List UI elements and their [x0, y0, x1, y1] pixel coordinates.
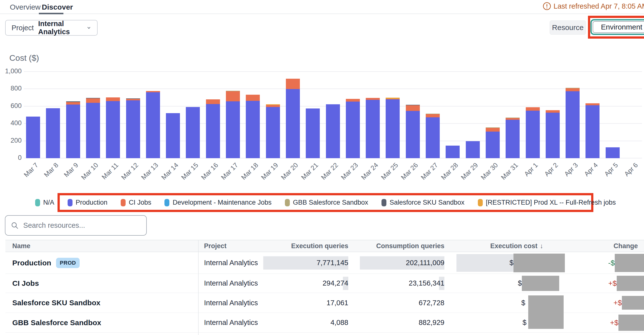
bar-segment-gbb-salesforce-sandbox — [566, 88, 580, 88]
bar-segment-production — [406, 111, 420, 158]
legend-label: Production — [76, 199, 108, 206]
bar-segment-ci-jobs — [86, 98, 100, 103]
legend-item-salesforce-sku-sandbox[interactable]: Salesforce SKU Sandbox — [382, 199, 464, 206]
bar-segment-production — [206, 104, 220, 158]
bar-segment-production — [126, 100, 140, 158]
table-row-salesforce-sku-sandbox[interactable]: Salesforce SKU SandboxInternal Analytics… — [6, 293, 644, 313]
bar-segment-ci-jobs — [406, 105, 420, 111]
bar-segment-production — [506, 120, 520, 158]
prod-badge: PROD — [56, 258, 80, 268]
bar-segment-ci-jobs — [506, 118, 520, 120]
change-cell: +$ — [568, 313, 644, 332]
x-axis-tick-label: Mar 10 — [80, 161, 100, 181]
x-axis-tick-label: Mar 12 — [120, 161, 140, 181]
x-axis-tick-label: Mar 21 — [300, 161, 320, 181]
legend-item-gbb-salesforce-sandbox[interactable]: GBB Salesforce Sandbox — [285, 199, 368, 206]
execution-cost-cell: $ — [447, 274, 568, 293]
x-axis-tick-label: Mar 25 — [380, 161, 400, 181]
legend-item-development-maintenance-jobs[interactable]: Development - Maintenance Jobs — [164, 199, 271, 206]
x-axis-tick-label: Apr 6 — [623, 161, 640, 178]
bar-segment-production — [46, 108, 60, 158]
legend-label: N/A — [43, 199, 54, 206]
consumption-queries-cell: 23,156,341 — [352, 274, 447, 293]
bar-segment-production — [146, 92, 160, 158]
x-axis-tick-label: Mar 20 — [280, 161, 300, 181]
legend-swatch-icon — [35, 199, 40, 206]
column-header-consumption-queries[interactable]: Consumption queries — [352, 242, 447, 250]
bar-segment-gbb-salesforce-sandbox — [486, 127, 500, 128]
column-header-name[interactable]: Name — [6, 242, 198, 250]
legend-swatch-icon — [478, 199, 483, 206]
legend-label: GBB Salesforce Sandbox — [293, 199, 368, 206]
x-axis-tick-label: Apr 3 — [563, 161, 580, 178]
execution-cost-cell: $ — [447, 252, 568, 273]
bar-segment-production — [286, 89, 300, 158]
execution-queries-cell: 4,088 — [260, 313, 352, 332]
consumption-queries-cell: 672,728 — [352, 293, 447, 313]
bar-segment-ci-jobs — [366, 98, 380, 100]
consumption-queries-cell: 202,111,009 — [352, 252, 447, 273]
bar-segment-production — [486, 132, 500, 158]
x-axis-tick-label: Apr 5 — [603, 161, 620, 178]
resource-name-cell: GBB Salesforce Sandbox — [6, 313, 198, 332]
legend-label: CI Jobs — [129, 199, 152, 206]
execution-cost-cell: $ — [447, 293, 568, 313]
change-cell: +$ — [568, 293, 644, 313]
bar-segment-production — [566, 91, 580, 158]
y-axis-tick-label: 600 — [0, 102, 22, 110]
legend-swatch-icon — [164, 199, 169, 206]
y-axis-tick-label: 800 — [0, 85, 22, 92]
x-axis-tick-label: Mar 30 — [480, 161, 500, 181]
y-axis-tick-label: 0 — [0, 154, 22, 162]
project-cell: Internal Analytics — [198, 293, 260, 313]
execution-queries-cell: 294,274 — [260, 274, 352, 293]
x-axis-tick-label: Mar 7 — [22, 161, 40, 179]
x-axis-tick-label: Apr 2 — [543, 161, 560, 178]
search-resources-box[interactable] — [5, 215, 147, 236]
legend-item-n-a[interactable]: N/A — [35, 199, 54, 206]
column-header-execution-cost[interactable]: Execution cost↓ — [447, 242, 568, 250]
bar-segment-production — [86, 103, 100, 158]
column-header-change[interactable]: Change — [568, 242, 644, 250]
column-header-project[interactable]: Project — [198, 242, 260, 250]
resource-name: Salesforce SKU Sandbox — [12, 298, 100, 307]
resource-name-cell: CI Jobs — [6, 274, 198, 293]
legend-item-ci-jobs[interactable]: CI Jobs — [121, 199, 152, 206]
bar-segment-ci-jobs — [546, 110, 560, 113]
table-row-production[interactable]: ProductionPRODInternal Analytics7,771,14… — [6, 252, 644, 274]
y-axis-tick-label: 1,000 — [0, 67, 22, 75]
annotation-box-legend: N/AProductionCI JobsDevelopment - Mainte… — [58, 193, 593, 212]
redacted-change-value — [617, 276, 644, 291]
legend-swatch-icon — [285, 199, 290, 206]
redacted-cost-value — [528, 295, 564, 329]
redacted-cost-value — [514, 254, 565, 272]
bar-segment-gbb-salesforce-sandbox — [506, 118, 520, 118]
bar-segment-production — [546, 113, 560, 158]
x-axis-tick-label: Mar 19 — [260, 161, 280, 181]
redacted-cost-value — [522, 276, 559, 291]
bar-segment-production — [106, 101, 120, 158]
x-axis-tick-label: Apr 1 — [523, 161, 540, 178]
search-resources-input[interactable] — [23, 221, 141, 229]
bar-segment-ci-jobs — [66, 102, 80, 105]
execution-queries-cell: 17,061 — [260, 293, 352, 313]
chart-gridline — [24, 89, 642, 89]
bar-segment--restricted-prod-xl-full-refresh-jobs — [266, 104, 280, 105]
change-cell: -$ — [568, 252, 644, 273]
table-row-ci-jobs[interactable]: CI JobsInternal Analytics294,27423,156,3… — [6, 274, 644, 293]
bar-segment-production — [166, 113, 180, 158]
legend-label: Development - Maintenance Jobs — [172, 199, 271, 206]
legend-item--restricted-prod-xl-full-refresh-jobs[interactable]: [RESTRICTED] Prod XL -- Full-Refresh job… — [478, 199, 616, 206]
x-axis-tick-label: Mar 31 — [500, 161, 520, 181]
resource-name-cell: ProductionPROD — [6, 252, 198, 273]
x-axis-tick-label: Mar 29 — [460, 161, 480, 181]
bar-segment-ci-jobs — [386, 99, 400, 99]
y-axis-tick-label: 400 — [0, 119, 22, 127]
resource-name-cell: Salesforce SKU Sandbox — [6, 293, 198, 313]
bar-segment-ci-jobs — [286, 79, 300, 89]
bar-segment-ci-jobs — [526, 107, 540, 111]
bar-segment-production — [226, 101, 240, 158]
column-header-execution-queries[interactable]: Execution queries — [260, 242, 352, 250]
bar-segment-production — [586, 105, 600, 158]
legend-item-production[interactable]: Production — [68, 199, 108, 206]
